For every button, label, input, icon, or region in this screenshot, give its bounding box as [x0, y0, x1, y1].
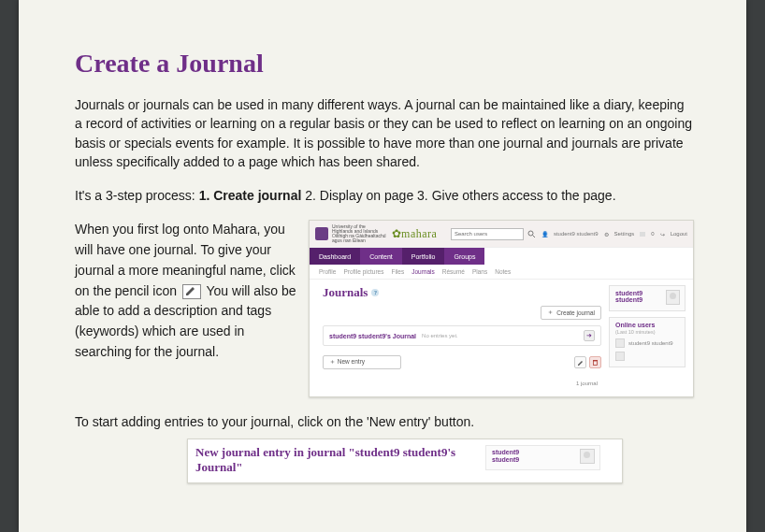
logout-icon: ↪ [660, 231, 665, 237]
university-crest-icon [315, 227, 328, 240]
online-user-name[interactable]: student9 student9 [628, 340, 673, 346]
profile-name[interactable]: student9 student9 [615, 290, 666, 303]
journal-title[interactable]: student9 student9's Journal [329, 333, 416, 339]
top-user-link[interactable]: student9 student9 [554, 231, 599, 237]
mahara-journals-screenshot: University of the Highlands and Islands … [309, 220, 694, 397]
tab-dashboard[interactable]: Dashboard [310, 248, 360, 265]
mahara-logo: ✿mahara [392, 227, 438, 241]
profile-name[interactable]: student9 student9 [492, 449, 519, 463]
sub-nav: Profile Profile pictures Files Journals … [310, 265, 693, 280]
intro-paragraph: Journals or journals can be used in many… [75, 95, 694, 171]
plus-icon: ＋ [329, 358, 338, 365]
steps-tail: 2. Display on page 3. Give others access… [301, 188, 615, 203]
new-entry-button[interactable]: ＋ New entry [323, 355, 401, 369]
entry-row: ＋ New entry [323, 355, 601, 369]
settings-link[interactable]: Settings [614, 231, 635, 237]
subnav-plans[interactable]: Plans [472, 268, 487, 275]
search-users-box [451, 228, 536, 240]
pencil-icon [182, 284, 201, 299]
inbox-icon[interactable] [640, 232, 645, 237]
mahara-logo-text: mahara [401, 227, 437, 240]
svg-rect-3 [593, 360, 598, 361]
steps-paragraph: It's a 3-step process: 1. Create journal… [75, 186, 694, 205]
expand-icon[interactable]: ➜ [584, 330, 595, 341]
top-right-links: 👤 student9 student9 ⚙ Settings 0 ↪ Logou… [541, 231, 687, 237]
profile-name-line1: student9 [492, 449, 519, 456]
settings-icon: ⚙ [604, 231, 609, 237]
document-page: Create a Journal Journals or journals ca… [19, 0, 746, 532]
search-icon[interactable] [527, 230, 536, 238]
avatar-icon [580, 449, 595, 464]
journal-empty-text: No entries yet. [422, 333, 458, 338]
subnav-journals[interactable]: Journals [411, 268, 435, 275]
plus-icon: ＋ [547, 309, 554, 317]
university-logo-block: University of the Highlands and Islands … [315, 224, 386, 243]
subnav-pictures[interactable]: Profile pictures [343, 268, 383, 275]
journal-item: student9 student9's Journal No entries y… [323, 325, 601, 346]
profile-card: student9 student9 [609, 285, 686, 311]
tab-portfolio[interactable]: Portfolio [402, 248, 445, 265]
new-entry-heading: New journal entry in journal "student9 s… [195, 445, 476, 474]
create-journal-button[interactable]: ＋ Create journal [541, 306, 601, 320]
main-nav: Dashboard Content Portfolio Groups [310, 248, 693, 265]
side-column: student9 student9 Online users (Last 10 … [609, 285, 686, 386]
left-column-text: When you first log onto Mahara, you will… [75, 220, 297, 362]
online-user-row [615, 352, 680, 361]
page-title: Create a Journal [75, 49, 694, 79]
subnav-notes[interactable]: Notes [495, 268, 511, 275]
svg-line-1 [532, 235, 535, 237]
new-entry-screenshot: New journal entry in journal "student9 s… [187, 439, 623, 483]
search-input[interactable] [451, 228, 524, 240]
avatar-icon [666, 290, 680, 305]
online-user-row: student9 student9 [615, 338, 680, 348]
profile-name-line2: student9 [492, 456, 519, 464]
subnav-files[interactable]: Files [391, 268, 404, 275]
online-users-card: Online users (Last 10 minutes) student9 … [609, 317, 686, 367]
mini-avatar-icon [615, 352, 625, 361]
subnav-profile[interactable]: Profile [319, 268, 336, 275]
journal-count-footer: 1 journal [323, 381, 601, 386]
journals-heading: Journals ? [323, 285, 601, 300]
mini-avatar-icon [615, 338, 625, 348]
tab-groups[interactable]: Groups [444, 248, 484, 265]
new-entry-label: New entry [338, 358, 365, 365]
online-users-subtitle: (Last 10 minutes) [615, 329, 680, 335]
svg-rect-2 [594, 361, 598, 366]
university-name: University of the Highlands and Islands … [332, 224, 386, 243]
online-users-title: Online users [615, 322, 680, 328]
next-step-text: To start adding entries to your journal,… [75, 414, 694, 429]
content-area: Journals ? ＋ Create journal student9 stu… [310, 280, 693, 394]
user-icon: 👤 [541, 231, 548, 237]
profile-card: student9 student9 [485, 445, 600, 470]
tab-content[interactable]: Content [360, 248, 402, 265]
delete-journal-trash-icon[interactable] [589, 356, 601, 368]
two-column-block: When you first log onto Mahara, you will… [75, 220, 694, 397]
svg-point-0 [528, 231, 533, 236]
create-journal-label: Create journal [556, 309, 595, 316]
edit-journal-pencil-icon[interactable] [574, 356, 586, 368]
journals-heading-text: Journals [323, 285, 368, 300]
logout-link[interactable]: Logout [671, 231, 687, 237]
help-icon[interactable]: ? [371, 289, 379, 296]
main-column: Journals ? ＋ Create journal student9 stu… [323, 285, 601, 386]
steps-lead: It's a 3-step process: [75, 188, 199, 203]
subnav-resume[interactable]: Résumé [442, 268, 465, 275]
top-bar: University of the Highlands and Islands … [310, 221, 693, 248]
step-1-bold: 1. Create journal [199, 188, 302, 203]
